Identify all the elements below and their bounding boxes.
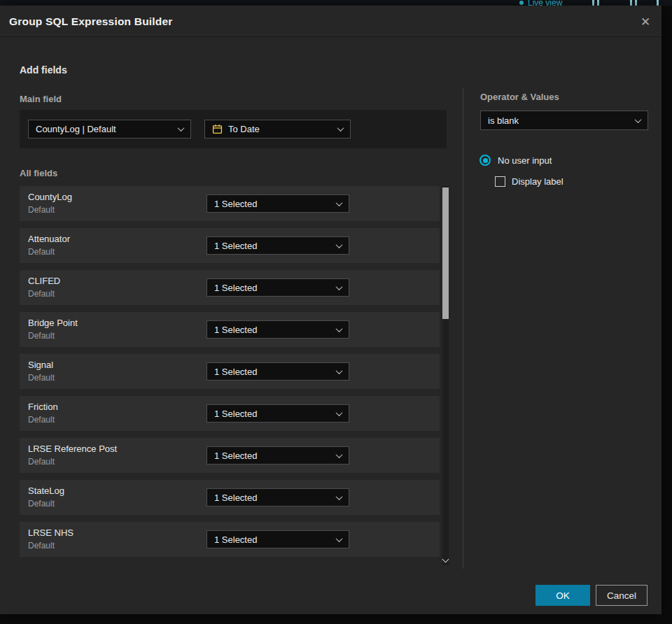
main-field-dropdown-value: CountyLog | Default — [36, 124, 116, 134]
field-selected-value: 1 Selected — [214, 325, 257, 335]
chevron-down-icon — [336, 325, 343, 332]
checkbox-unchecked-icon — [495, 176, 505, 187]
field-selected-dropdown[interactable]: 1 Selected — [206, 362, 349, 381]
chevron-down-icon — [336, 199, 343, 206]
close-icon[interactable]: ✕ — [638, 14, 653, 29]
no-user-input-radio[interactable]: No user input — [479, 155, 552, 166]
field-row: Friction Default 1 Selected — [20, 396, 440, 431]
display-label-label: Display label — [512, 176, 564, 187]
chevron-down-icon — [336, 451, 343, 458]
group-sql-expression-builder-dialog: Group SQL Expression Builder ✕ Add field… — [0, 6, 662, 614]
field-selected-dropdown[interactable]: 1 Selected — [206, 446, 349, 465]
radio-selected-icon — [479, 155, 491, 166]
scrollbar-thumb[interactable] — [442, 187, 449, 319]
operator-dropdown-value: is blank — [488, 115, 519, 126]
field-name: LRSE Reference Post — [28, 444, 117, 454]
field-row: StateLog Default 1 Selected — [20, 480, 440, 515]
field-name: StateLog — [28, 485, 64, 496]
live-view-label: Live view — [528, 0, 562, 6]
field-selected-value: 1 Selected — [214, 199, 257, 209]
main-field-dropdown[interactable]: CountyLog | Default — [28, 120, 191, 139]
chevron-down-icon — [336, 367, 343, 374]
live-view-dot-icon — [519, 1, 524, 5]
main-date-dropdown-value: To Date — [228, 124, 260, 134]
main-field-band: CountyLog | Default To Date — [20, 110, 447, 148]
field-row: Bridge Point Default 1 Selected — [20, 312, 440, 347]
field-subtitle: Default — [28, 499, 55, 509]
field-selected-dropdown[interactable]: 1 Selected — [206, 236, 349, 255]
field-selected-dropdown[interactable]: 1 Selected — [206, 278, 349, 297]
chevron-down-icon — [336, 493, 343, 500]
field-selected-dropdown[interactable]: 1 Selected — [206, 320, 349, 339]
main-date-dropdown[interactable]: To Date — [204, 120, 351, 139]
field-subtitle: Default — [28, 373, 55, 383]
field-selected-value: 1 Selected — [214, 283, 257, 293]
field-selected-dropdown[interactable]: 1 Selected — [206, 404, 349, 423]
field-subtitle: Default — [28, 205, 55, 215]
field-name: CLIFED — [28, 276, 60, 286]
ok-button[interactable]: OK — [536, 585, 590, 606]
field-selected-dropdown[interactable]: 1 Selected — [206, 488, 349, 506]
operator-dropdown[interactable]: is blank — [480, 111, 648, 130]
operator-values-label: Operator & Values — [480, 92, 559, 102]
field-selected-value: 1 Selected — [214, 534, 257, 545]
bar-icon[interactable] — [657, 0, 659, 6]
field-selected-value: 1 Selected — [214, 367, 257, 377]
field-row: LRSE Reference Post Default 1 Selected — [20, 438, 440, 473]
dialog-title: Group SQL Expression Builder — [9, 6, 173, 37]
field-name: Signal — [28, 360, 53, 370]
field-name: CountyLog — [28, 192, 72, 202]
chevron-down-icon — [178, 125, 185, 132]
calendar-icon — [212, 124, 223, 134]
vertical-divider — [463, 87, 463, 569]
field-selected-value: 1 Selected — [214, 451, 257, 461]
field-selected-value: 1 Selected — [214, 492, 257, 503]
pause-icon[interactable] — [592, 0, 599, 6]
field-selected-dropdown[interactable]: 1 Selected — [206, 194, 349, 213]
chevron-down-icon — [336, 535, 343, 542]
field-subtitle: Default — [28, 457, 55, 467]
main-field-label: Main field — [20, 94, 62, 104]
columns-icon[interactable] — [630, 0, 637, 6]
live-view-toggle[interactable]: Live view — [519, 0, 562, 6]
cancel-button[interactable]: Cancel — [596, 585, 648, 606]
add-fields-heading: Add fields — [20, 64, 67, 76]
field-row: CountyLog Default 1 Selected — [20, 186, 440, 221]
field-row: LRSE NHS Default 1 Selected — [20, 522, 440, 557]
field-subtitle: Default — [28, 331, 55, 341]
no-user-input-label: No user input — [498, 155, 552, 166]
field-name: Friction — [28, 402, 58, 412]
all-fields-label: All fields — [20, 168, 57, 178]
all-fields-list: CountyLog Default 1 Selected Attenuator … — [20, 186, 440, 564]
chevron-down-icon — [336, 283, 343, 290]
field-name: Attenuator — [28, 234, 70, 244]
field-selected-dropdown[interactable]: 1 Selected — [206, 530, 349, 548]
chevron-down-icon — [337, 125, 344, 132]
field-selected-value: 1 Selected — [214, 409, 257, 419]
field-subtitle: Default — [28, 289, 55, 299]
field-row: Signal Default 1 Selected — [20, 354, 440, 389]
scrollbar-track[interactable] — [442, 186, 449, 565]
chevron-down-icon — [336, 241, 343, 248]
field-subtitle: Default — [28, 247, 55, 257]
backdrop-toolbar: Live view — [0, 0, 672, 6]
field-selected-value: 1 Selected — [214, 241, 257, 251]
field-subtitle: Default — [28, 415, 55, 425]
field-row: Attenuator Default 1 Selected — [20, 228, 440, 263]
chevron-down-icon — [336, 409, 343, 416]
field-name: LRSE NHS — [28, 527, 74, 538]
dialog-header: Group SQL Expression Builder ✕ — [0, 6, 662, 37]
field-subtitle: Default — [28, 541, 55, 551]
chevron-down-icon — [635, 116, 642, 123]
display-label-checkbox[interactable]: Display label — [495, 176, 564, 187]
field-row: CLIFED Default 1 Selected — [20, 270, 440, 305]
screen: Live view Group SQL Expression Builder ✕… — [0, 0, 672, 624]
field-name: Bridge Point — [28, 318, 78, 328]
